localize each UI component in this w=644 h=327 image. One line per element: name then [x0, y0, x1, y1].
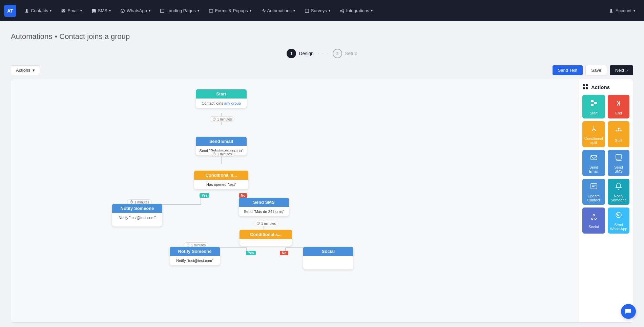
delay-1: ⏱ 1 minutes — [210, 116, 234, 122]
svg-rect-2 — [209, 9, 213, 12]
action-tile-update-contact[interactable]: Update Contact — [582, 179, 605, 205]
nav-whatsapp[interactable]: WhatsApp ▾ — [116, 5, 154, 16]
actions-chevron-icon: ▾ — [33, 68, 35, 73]
integrations-chevron: ▾ — [371, 9, 373, 13]
delay-icon-1: ⏱ — [212, 117, 216, 121]
action-tile-send-whatsapp[interactable]: Send WhatsApp — [608, 208, 629, 234]
steps-bar: 1 Design · · · 2 Setup — [11, 49, 633, 58]
node-send-email-header: Send Email — [196, 137, 247, 146]
whatsapp-chevron: ▾ — [149, 9, 150, 13]
svg-point-0 — [121, 9, 125, 13]
node-social-body — [303, 256, 353, 269]
node-notify-left-body: Notify "test@test.com" — [112, 213, 162, 226]
actions-panel-title: Actions — [582, 84, 629, 90]
node-send-sms-body: Send "Más de 24 horas" — [239, 207, 289, 216]
node-start-header: Start — [196, 89, 247, 99]
send-sms-tile-icon — [615, 153, 623, 163]
node-notify-center[interactable]: Notify Someone Notify "test@test.com" — [170, 247, 220, 265]
action-tile-send-email[interactable]: Send Email — [582, 150, 605, 176]
node-send-sms[interactable]: Send SMS Send "Más de 24 horas" — [239, 198, 289, 216]
nav-contacts[interactable]: Contacts ▾ — [20, 5, 56, 16]
action-tile-split[interactable]: Split — [608, 121, 629, 147]
notify-someone-tile-icon — [615, 182, 623, 192]
end-tile-icon — [615, 99, 623, 109]
sms-chevron: ▾ — [109, 9, 111, 13]
send-whatsapp-tile-icon — [615, 211, 623, 221]
delay-icon-2: ⏱ — [212, 152, 216, 156]
badge-no-2: No — [280, 249, 288, 256]
delay-4: ⏱ 1 minutes — [254, 221, 278, 226]
node-conditional-2[interactable]: Conditional s... — [240, 230, 292, 246]
badge-yes-2: Yes — [246, 249, 256, 256]
connector-lines — [11, 79, 579, 322]
badge-yes-1: Yes — [200, 192, 209, 198]
action-tile-start[interactable]: Start — [582, 95, 605, 118]
step-setup[interactable]: 2 Setup — [333, 49, 357, 58]
svg-rect-23 — [586, 84, 588, 86]
chat-bubble-button[interactable] — [621, 304, 636, 319]
node-notify-center-body: Notify "test@test.com" — [170, 256, 220, 265]
svg-rect-1 — [161, 9, 164, 13]
badge-no-1: No — [239, 192, 247, 198]
action-tile-conditional-split[interactable]: Conditional split — [582, 121, 605, 147]
svg-rect-25 — [586, 87, 588, 89]
update-contact-tile-icon — [590, 182, 598, 192]
navbar: AT Contacts ▾ Email ▾ SMS ▾ WhatsApp ▾ L… — [0, 0, 644, 21]
nav-forms[interactable]: Forms & Popups ▾ — [205, 5, 255, 16]
action-tile-end[interactable]: End — [608, 95, 629, 118]
node-conditional-2-body — [240, 239, 292, 246]
action-tile-social[interactable]: Social — [582, 208, 605, 234]
canvas-wrapper: Start Contact joins any group ⏱ 1 minute… — [11, 79, 633, 323]
node-conditional-1-header: Conditional s... — [194, 171, 248, 180]
chat-icon — [625, 308, 632, 315]
svg-rect-31 — [618, 128, 620, 129]
node-social-header: Social — [303, 247, 353, 256]
nav-email[interactable]: Email ▾ — [57, 5, 86, 16]
automations-chevron: ▾ — [293, 9, 295, 13]
svg-rect-24 — [583, 87, 585, 89]
action-tile-send-sms[interactable]: Send SMS — [608, 150, 629, 176]
node-conditional-1-body: Has opened "test" — [194, 180, 248, 189]
action-tile-notify-someone[interactable]: Notify Someone — [608, 179, 629, 205]
svg-point-6 — [343, 11, 344, 13]
node-notify-left[interactable]: Notify Someone Notify "test@test.com" — [112, 204, 162, 226]
toolbar: Actions ▾ Send Test Save Next › — [11, 65, 633, 75]
nav-landing[interactable]: Landing Pages ▾ — [156, 5, 203, 16]
nav-account[interactable]: Account ▾ — [604, 5, 640, 16]
email-chevron: ▾ — [80, 9, 82, 13]
delay-icon-4: ⏱ — [256, 221, 260, 225]
svg-rect-26 — [591, 104, 594, 106]
forms-chevron: ▾ — [250, 9, 251, 13]
step-design[interactable]: 1 Design — [287, 49, 314, 58]
actions-grid: Start End Conditional split — [582, 95, 629, 234]
page-title: Automations • Contact joins a group — [11, 31, 633, 41]
svg-point-4 — [340, 10, 342, 12]
svg-rect-32 — [591, 155, 597, 160]
node-social[interactable]: Social — [303, 247, 353, 269]
svg-point-5 — [343, 9, 344, 10]
actions-dropdown-button[interactable]: Actions ▾ — [11, 65, 40, 75]
nav-surveys[interactable]: Surveys ▾ — [300, 5, 334, 16]
node-notify-left-header: Notify Someone — [112, 204, 162, 213]
step-setup-circle: 2 — [333, 49, 342, 58]
canvas-area[interactable]: Start Contact joins any group ⏱ 1 minute… — [11, 79, 579, 322]
node-start[interactable]: Start Contact joins any group — [196, 89, 247, 108]
next-button[interactable]: Next › — [610, 65, 633, 75]
nav-sms[interactable]: SMS ▾ — [87, 5, 115, 16]
nav-integrations[interactable]: Integrations ▾ — [336, 5, 377, 16]
step-dots: · · · — [318, 50, 329, 57]
nav-automations[interactable]: Automations ▾ — [257, 5, 299, 16]
node-conditional-1[interactable]: Conditional s... Has opened "test" — [194, 171, 248, 189]
node-start-body: Contact joins any group — [196, 99, 247, 108]
social-tile-icon — [590, 213, 598, 223]
next-arrow-icon: › — [626, 68, 628, 73]
app-logo[interactable]: AT — [4, 5, 16, 17]
svg-rect-22 — [583, 84, 585, 86]
send-test-button[interactable]: Send Test — [553, 65, 583, 75]
save-button[interactable]: Save — [585, 65, 607, 75]
node-send-sms-header: Send SMS — [239, 198, 289, 207]
actions-panel: Actions Start End — [579, 79, 633, 322]
step-design-label: Design — [299, 51, 314, 56]
account-chevron: ▾ — [633, 9, 635, 13]
grid-icon — [582, 84, 588, 90]
